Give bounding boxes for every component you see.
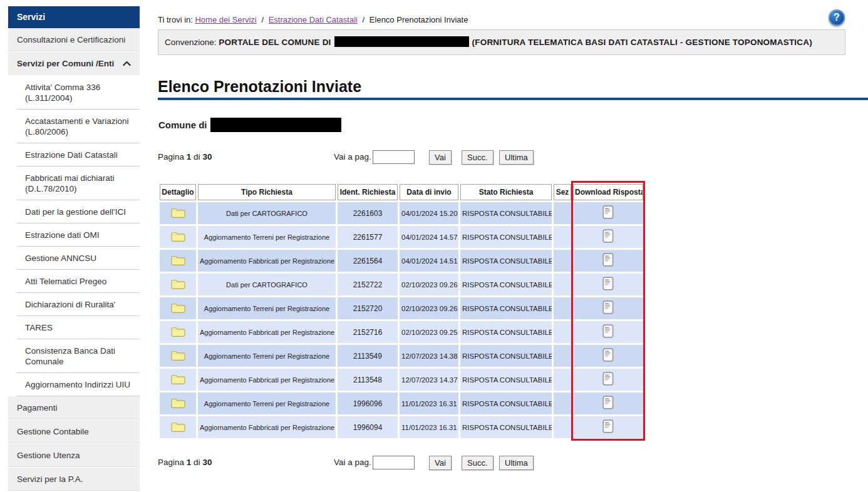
sidebar-item-estrazione-dati-omi[interactable]: Estrazione dati OMI	[8, 223, 140, 247]
sidebar-item-servizi-per-comuni-enti[interactable]: Servizi per Comuni /Enti	[8, 52, 140, 76]
breadcrumb-link-estrazione-dati-catastali[interactable]: Estrazione Dati Catastali	[269, 15, 358, 24]
pagination-top: Pagina 1 di 30 Vai a pag. Vai Succ. Ulti…	[158, 150, 546, 166]
data-di-invio-cell: 02/10/2023 09.25	[400, 321, 458, 343]
succ-button[interactable]: Succ.	[462, 150, 493, 165]
folder-icon[interactable]	[170, 302, 186, 314]
vai-button[interactable]: Vai	[429, 456, 452, 470]
folder-icon[interactable]	[170, 207, 186, 218]
download-risposta-cell	[573, 202, 643, 224]
document-icon[interactable]	[602, 300, 614, 314]
succ-button[interactable]: Succ.	[462, 456, 493, 470]
ident-richiesta-cell: 1996096	[338, 392, 398, 414]
col-header-tipo-richiesta: Tipo Richiesta	[198, 184, 336, 200]
help-icon[interactable]: ?	[829, 9, 845, 26]
of-word: di	[194, 152, 200, 161]
ultima-button[interactable]: Ultima	[499, 150, 534, 165]
sidebar-item-estrazione-dati-catastali[interactable]: Estrazione Dati Catastali	[8, 143, 140, 167]
folder-icon[interactable]	[170, 349, 186, 361]
document-icon[interactable]	[602, 372, 614, 386]
sidebar-item-dichiarazioni-di-ruralita[interactable]: Dichiarazioni di Ruralita'	[8, 293, 140, 316]
tipo-richiesta-cell: Aggiornamento Fabbricati per Registrazio…	[198, 369, 336, 391]
vai-button[interactable]: Vai	[429, 150, 452, 165]
ultima-button[interactable]: Ultima	[499, 456, 534, 470]
sidebar-item-gestione-anncsu[interactable]: Gestione ANNCSU	[8, 247, 140, 270]
ident-richiesta-cell: 2152720	[338, 297, 398, 319]
col-header-download-risposta: Download Risposta	[573, 184, 643, 200]
sidebar-item-accatastamenti-e-variazioni-l-80-2006[interactable]: Accatastamenti e Variazioni (L.80/2006)	[8, 110, 140, 143]
folder-icon[interactable]	[170, 278, 186, 290]
breadcrumb-link-home-dei-servizi[interactable]: Home dei Servizi	[195, 15, 256, 24]
document-icon[interactable]	[602, 253, 614, 267]
stato-richiesta-cell: RISPOSTA CONSULTABILE	[460, 321, 552, 343]
col-header-stato-richiesta: Stato Richiesta	[460, 184, 552, 200]
sidebar-item-aggiornamento-indirizzi-uiu[interactable]: Aggiornamento Indirizzi UIU	[8, 373, 140, 396]
sidebar-item-servizi-per-la-p-a[interactable]: Servizi per la P.A.	[8, 468, 140, 491]
pagination-bottom: Pagina 1 di 30 Vai a pag. Vai Succ. Ulti…	[158, 455, 546, 471]
data-di-invio-cell: 11/01/2023 16.31	[400, 416, 458, 438]
folder-icon[interactable]	[170, 421, 186, 433]
goto-page-input[interactable]	[373, 456, 415, 469]
table-row: Aggiornamento Fabbricati per Registrazio…	[160, 321, 643, 343]
table-row: Aggiornamento Terreni per Registrazione2…	[160, 345, 643, 367]
document-icon[interactable]	[602, 396, 614, 409]
document-icon[interactable]	[602, 324, 614, 338]
document-icon[interactable]	[602, 205, 614, 219]
folder-icon[interactable]	[170, 230, 186, 242]
folder-icon[interactable]	[170, 325, 186, 337]
sidebar-item-label: Aggiornamento Indirizzi UIU	[25, 380, 130, 389]
page-title: Elenco Prenotazioni Inviate	[158, 78, 361, 96]
sidebar-item-consistenza-banca-dati-comunale[interactable]: Consistenza Banca Dati Comunale	[8, 339, 140, 373]
detail-cell	[160, 321, 196, 343]
tipo-richiesta-cell: Dati per CARTOGRAFICO	[198, 274, 336, 295]
stato-richiesta-cell: RISPOSTA CONSULTABILE	[460, 369, 552, 391]
data-di-invio-cell: 11/01/2023 16.31	[400, 392, 458, 414]
sez-cell	[554, 392, 571, 414]
stato-richiesta-cell: RISPOSTA CONSULTABILE	[460, 202, 552, 224]
sidebar-item-fabbricati-mai-dichiarati-d-l-78-2010[interactable]: Fabbricati mai dichiarati (D.L.78/2010)	[8, 167, 140, 200]
sidebar-item-label: Pagamenti	[17, 403, 58, 413]
sidebar-item-attivita-comma-336-l-311-2004[interactable]: Attivita' Comma 336 (L.311/2004)	[8, 76, 140, 110]
breadcrumb-separator: /	[261, 15, 264, 24]
title-underline	[158, 98, 868, 100]
sidebar-item-label: Dati per la gestione dell'ICI	[25, 207, 126, 217]
goto-page-label: Vai a pag.	[334, 458, 371, 467]
chevron-up-icon	[123, 58, 131, 69]
sidebar-item-gestione-contabile[interactable]: Gestione Contabile	[8, 420, 140, 444]
goto-page-input[interactable]	[373, 150, 415, 164]
sidebar-item-pagamenti[interactable]: Pagamenti	[8, 396, 140, 420]
document-icon[interactable]	[602, 229, 614, 243]
stato-richiesta-cell: RISPOSTA CONSULTABILE	[460, 250, 552, 272]
detail-cell	[160, 297, 196, 319]
sidebar-item-dati-per-la-gestione-dell-ici[interactable]: Dati per la gestione dell'ICI	[8, 200, 140, 223]
sidebar-item-atti-telematici-pregeo[interactable]: Atti Telematici Pregeo	[8, 270, 140, 293]
page-info: Pagina 1 di 30	[158, 152, 212, 161]
stato-richiesta-cell: RISPOSTA CONSULTABILE	[460, 345, 552, 367]
current-page: 1	[187, 458, 192, 467]
document-icon[interactable]	[602, 348, 614, 362]
sez-cell	[554, 369, 571, 391]
folder-icon[interactable]	[170, 254, 186, 266]
results-table-wrapper: Dettaglio Tipo Richiesta Ident. Richiest…	[158, 182, 645, 440]
convention-label: Convenzione:	[165, 38, 217, 47]
sez-cell	[554, 416, 571, 438]
sidebar-item-tares[interactable]: TARES	[8, 316, 140, 339]
data-di-invio-cell: 12/07/2023 14.38	[400, 345, 458, 367]
download-risposta-cell	[573, 250, 643, 272]
table-header-row: Dettaglio Tipo Richiesta Ident. Richiest…	[160, 184, 643, 200]
folder-icon[interactable]	[170, 373, 186, 385]
document-icon[interactable]	[602, 419, 614, 433]
ident-richiesta-cell: 2113549	[338, 345, 398, 367]
tipo-richiesta-cell: Aggiornamento Terreni per Registrazione	[198, 345, 336, 367]
tipo-richiesta-cell: Aggiornamento Terreni per Registrazione	[198, 392, 336, 414]
ident-richiesta-cell: 2152716	[338, 321, 398, 343]
page-word: Pagina	[158, 152, 184, 161]
sidebar-item-label: Atti Telematici Pregeo	[25, 277, 106, 286]
sidebar-item-label: Estrazione dati OMI	[25, 230, 100, 240]
sidebar-item-gestione-utenza[interactable]: Gestione Utenza	[8, 444, 140, 468]
folder-icon[interactable]	[170, 397, 186, 409]
sidebar-header: Servizi	[8, 6, 140, 28]
table-row: Aggiornamento Terreni per Registrazione2…	[160, 226, 643, 248]
document-icon[interactable]	[602, 277, 614, 290]
breadcrumb-prefix: Ti trovi in:	[158, 15, 193, 24]
sidebar-item-consultazioni-e-certificazioni[interactable]: Consultazioni e Certificazioni	[8, 28, 140, 52]
